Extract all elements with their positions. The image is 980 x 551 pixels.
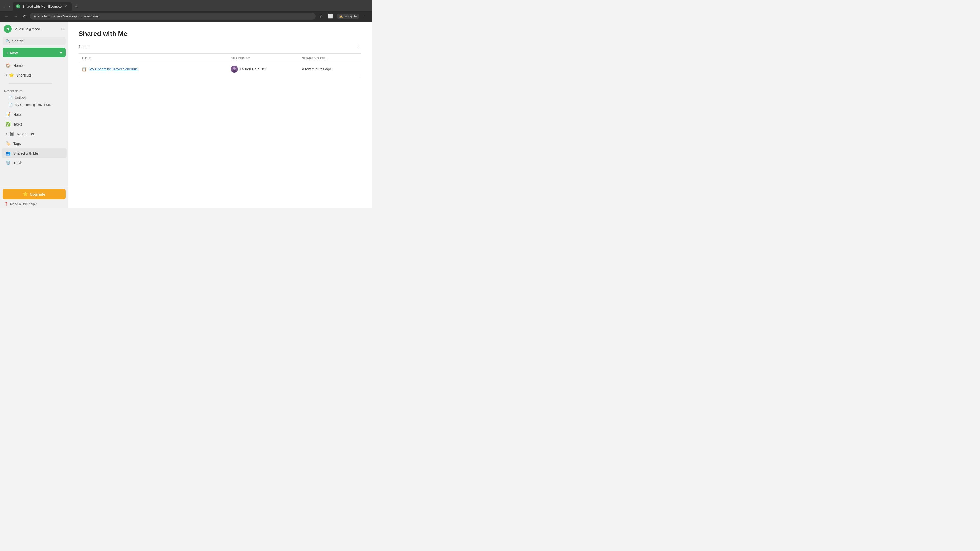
incognito-icon: 🕵️ [339, 14, 343, 18]
recent-note-untitled[interactable]: 📄 Untitled [2, 94, 67, 101]
sidebar-item-shortcuts-sub [2, 80, 67, 87]
address-input[interactable] [30, 13, 316, 20]
tasks-icon: ✅ [6, 122, 11, 127]
recent-note-travel[interactable]: 📄 My Upcoming Travel Sc... [2, 101, 67, 108]
new-tab-button[interactable]: + [73, 3, 80, 10]
settings-button[interactable]: ⚙ [61, 27, 65, 32]
sidebar-nav: 🏠 Home ▾ ⭐ Shortcuts Recent Notes 📄 Unti… [0, 59, 68, 186]
svg-point-1 [233, 67, 235, 70]
help-label: Need a little help? [10, 202, 37, 206]
search-button[interactable]: 🔍 Search [3, 37, 65, 45]
menu-button[interactable]: ⋮ [361, 13, 369, 20]
shortcuts-divider [9, 83, 52, 84]
shared-by-cell: Lauren Dale Deli [231, 65, 302, 73]
active-tab[interactable]: N Shared with Me - Evernote ✕ [13, 2, 72, 11]
note-title-cell: 📋 My Upcoming Travel Schedule [82, 67, 231, 72]
bookmark-button[interactable]: ☆ [318, 13, 325, 20]
back-button[interactable]: ← [3, 13, 10, 20]
recent-notes-label: Recent Notes [0, 87, 68, 94]
sidebar-item-label: Tasks [13, 122, 22, 126]
sidebar-item-label: Shared with Me [13, 151, 38, 156]
incognito-label: Incognito [344, 14, 357, 18]
sidebar-item-label: Tags [13, 141, 21, 146]
tags-icon: 🏷️ [6, 141, 11, 146]
avatar-image [231, 65, 238, 73]
search-label: Search [12, 39, 23, 43]
tab-bar: ‹ › N Shared with Me - Evernote ✕ + [0, 0, 372, 11]
shared-icon: 👥 [6, 151, 11, 156]
note-type-icon: 📋 [82, 67, 87, 72]
note-icon-recent: 📄 [9, 96, 13, 100]
item-count: 1 Item [79, 44, 89, 49]
shortcuts-expand-icon: ▾ [6, 73, 7, 77]
notebooks-expand-icon: ▶ [6, 132, 8, 135]
column-shared-by: SHARED BY [231, 57, 302, 60]
sidebar-item-label: Trash [13, 161, 22, 165]
app-container: N 5b3c818b@mood... ⚙ 🔍 Search +New ▾ 🏠 H… [0, 22, 372, 208]
tab-back-nav[interactable]: ‹ [2, 3, 6, 10]
shortcuts-icon: ⭐ [9, 73, 14, 78]
address-bar-row: ← → ↻ ☆ ⬜ 🕵️ Incognito ⋮ [0, 11, 372, 22]
forward-button[interactable]: → [12, 13, 19, 20]
home-icon: 🏠 [6, 63, 11, 68]
new-label: +New [6, 51, 18, 55]
sidebar: N 5b3c818b@mood... ⚙ 🔍 Search +New ▾ 🏠 H… [0, 22, 68, 208]
sidebar-item-home[interactable]: 🏠 Home [2, 61, 67, 70]
column-shared-date: SHARED DATE ↓ [302, 57, 358, 60]
tab-forward-nav[interactable]: › [7, 3, 12, 10]
help-link[interactable]: ❓ Need a little help? [3, 200, 65, 207]
sidebar-item-notebooks[interactable]: ▶ 📓 Notebooks [2, 129, 67, 138]
note-title-link[interactable]: My Upcoming Travel Schedule [89, 67, 138, 71]
shared-date-cell: a few minutes ago [302, 67, 358, 71]
user-name: 5b3c818b@mood... [14, 27, 59, 31]
tab-favicon: N [16, 4, 20, 8]
sharer-name: Lauren Dale Deli [240, 67, 266, 71]
recent-note-label: Untitled [15, 96, 26, 100]
table-header: TITLE SHARED BY SHARED DATE ↓ [79, 55, 361, 62]
tab-title: Shared with Me - Evernote [22, 5, 62, 8]
sort-icon: ↓ [328, 57, 329, 60]
page-title: Shared with Me [79, 30, 361, 38]
refresh-button[interactable]: ↻ [21, 13, 28, 20]
user-initial: N [6, 27, 9, 31]
sidebar-header: N 5b3c818b@mood... ⚙ [0, 22, 68, 36]
sidebar-item-label: Notes [13, 113, 23, 117]
sidebar-footer: ⭐ Upgrade ❓ Need a little help? [0, 186, 68, 208]
browser-chrome: ‹ › N Shared with Me - Evernote ✕ + ← → … [0, 0, 372, 22]
table-row[interactable]: 📋 My Upcoming Travel Schedule Lauren Dal… [79, 62, 361, 76]
trash-icon: 🗑️ [6, 160, 11, 165]
extension-button[interactable]: ⬜ [326, 13, 334, 20]
main-content: Shared with Me 1 Item ⇕ TITLE SHARED BY … [68, 22, 372, 208]
sidebar-item-tasks[interactable]: ✅ Tasks [2, 119, 67, 129]
upgrade-button[interactable]: ⭐ Upgrade [3, 189, 65, 200]
sidebar-item-shortcuts[interactable]: ▾ ⭐ Shortcuts [2, 70, 67, 80]
sidebar-item-label: Notebooks [17, 132, 34, 136]
sidebar-item-trash[interactable]: 🗑️ Trash [2, 158, 67, 168]
sidebar-item-shared-with-me[interactable]: 👥 Shared with Me [2, 148, 67, 158]
new-note-button[interactable]: +New ▾ [3, 48, 65, 57]
toolbar-right: ☆ ⬜ 🕵️ Incognito ⋮ [318, 13, 369, 20]
incognito-badge[interactable]: 🕵️ Incognito [337, 14, 360, 19]
column-title: TITLE [82, 57, 231, 60]
sidebar-item-label: Home [13, 64, 23, 68]
user-avatar: N [3, 25, 12, 33]
sharer-avatar [231, 65, 238, 73]
upgrade-label: Upgrade [30, 192, 45, 197]
sidebar-item-label: Shortcuts [16, 73, 32, 77]
notebooks-icon: 📓 [9, 131, 14, 136]
help-icon: ❓ [4, 202, 8, 206]
search-icon: 🔍 [6, 39, 10, 43]
note-icon-recent2: 📄 [9, 103, 13, 106]
sidebar-item-notes[interactable]: 📝 Notes [2, 110, 67, 119]
new-dropdown-arrow: ▾ [60, 50, 62, 55]
sidebar-item-tags[interactable]: 🏷️ Tags [2, 139, 67, 148]
notes-icon: 📝 [6, 112, 11, 117]
sort-button[interactable]: ⇕ [355, 43, 361, 51]
upgrade-icon: ⭐ [23, 192, 28, 197]
recent-note-label2: My Upcoming Travel Sc... [15, 103, 52, 106]
tab-close-button[interactable]: ✕ [64, 4, 68, 9]
